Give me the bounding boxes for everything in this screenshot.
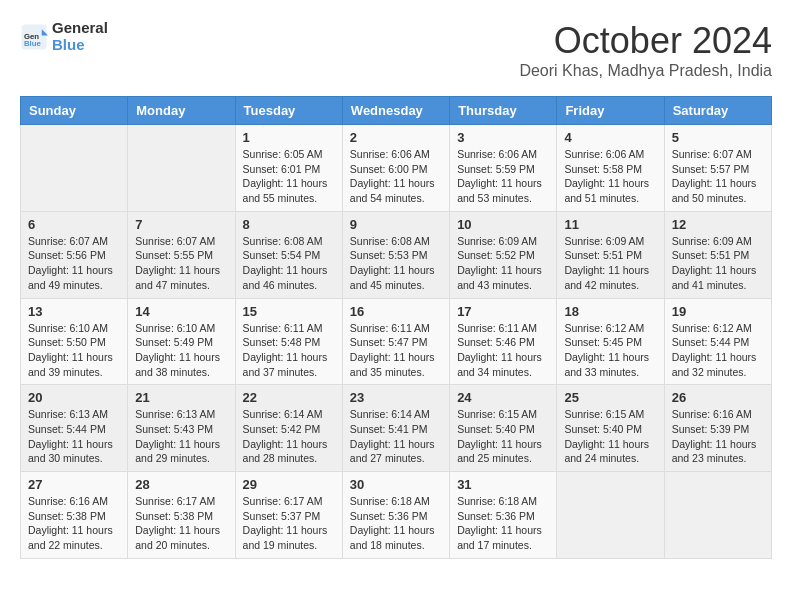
calendar-cell: 18Sunrise: 6:12 AM Sunset: 5:45 PM Dayli… <box>557 298 664 385</box>
day-number: 18 <box>564 304 656 319</box>
calendar-cell <box>128 125 235 212</box>
day-info: Sunrise: 6:06 AM Sunset: 6:00 PM Dayligh… <box>350 147 442 206</box>
day-info: Sunrise: 6:08 AM Sunset: 5:54 PM Dayligh… <box>243 234 335 293</box>
weekday-header-row: SundayMondayTuesdayWednesdayThursdayFrid… <box>21 97 772 125</box>
day-info: Sunrise: 6:11 AM Sunset: 5:48 PM Dayligh… <box>243 321 335 380</box>
day-info: Sunrise: 6:11 AM Sunset: 5:46 PM Dayligh… <box>457 321 549 380</box>
calendar-table: SundayMondayTuesdayWednesdayThursdayFrid… <box>20 96 772 559</box>
calendar-week-row: 6Sunrise: 6:07 AM Sunset: 5:56 PM Daylig… <box>21 211 772 298</box>
day-info: Sunrise: 6:11 AM Sunset: 5:47 PM Dayligh… <box>350 321 442 380</box>
calendar-cell: 16Sunrise: 6:11 AM Sunset: 5:47 PM Dayli… <box>342 298 449 385</box>
day-number: 2 <box>350 130 442 145</box>
weekday-header-cell: Wednesday <box>342 97 449 125</box>
calendar-cell: 19Sunrise: 6:12 AM Sunset: 5:44 PM Dayli… <box>664 298 771 385</box>
calendar-cell: 5Sunrise: 6:07 AM Sunset: 5:57 PM Daylig… <box>664 125 771 212</box>
day-info: Sunrise: 6:17 AM Sunset: 5:38 PM Dayligh… <box>135 494 227 553</box>
weekday-header-cell: Monday <box>128 97 235 125</box>
day-info: Sunrise: 6:12 AM Sunset: 5:44 PM Dayligh… <box>672 321 764 380</box>
logo-line2: Blue <box>52 37 108 54</box>
calendar-cell: 31Sunrise: 6:18 AM Sunset: 5:36 PM Dayli… <box>450 472 557 559</box>
calendar-cell: 4Sunrise: 6:06 AM Sunset: 5:58 PM Daylig… <box>557 125 664 212</box>
calendar-cell <box>664 472 771 559</box>
day-info: Sunrise: 6:13 AM Sunset: 5:43 PM Dayligh… <box>135 407 227 466</box>
day-number: 8 <box>243 217 335 232</box>
day-info: Sunrise: 6:13 AM Sunset: 5:44 PM Dayligh… <box>28 407 120 466</box>
calendar-cell: 17Sunrise: 6:11 AM Sunset: 5:46 PM Dayli… <box>450 298 557 385</box>
day-info: Sunrise: 6:06 AM Sunset: 5:58 PM Dayligh… <box>564 147 656 206</box>
calendar-cell: 12Sunrise: 6:09 AM Sunset: 5:51 PM Dayli… <box>664 211 771 298</box>
calendar-cell: 10Sunrise: 6:09 AM Sunset: 5:52 PM Dayli… <box>450 211 557 298</box>
calendar-cell: 29Sunrise: 6:17 AM Sunset: 5:37 PM Dayli… <box>235 472 342 559</box>
day-number: 9 <box>350 217 442 232</box>
day-info: Sunrise: 6:07 AM Sunset: 5:56 PM Dayligh… <box>28 234 120 293</box>
day-info: Sunrise: 6:16 AM Sunset: 5:38 PM Dayligh… <box>28 494 120 553</box>
day-info: Sunrise: 6:16 AM Sunset: 5:39 PM Dayligh… <box>672 407 764 466</box>
day-number: 11 <box>564 217 656 232</box>
location-title: Deori Khas, Madhya Pradesh, India <box>519 62 772 80</box>
day-number: 15 <box>243 304 335 319</box>
day-info: Sunrise: 6:15 AM Sunset: 5:40 PM Dayligh… <box>457 407 549 466</box>
calendar-cell: 28Sunrise: 6:17 AM Sunset: 5:38 PM Dayli… <box>128 472 235 559</box>
calendar-cell: 30Sunrise: 6:18 AM Sunset: 5:36 PM Dayli… <box>342 472 449 559</box>
day-number: 21 <box>135 390 227 405</box>
weekday-header-cell: Sunday <box>21 97 128 125</box>
day-number: 3 <box>457 130 549 145</box>
calendar-cell: 25Sunrise: 6:15 AM Sunset: 5:40 PM Dayli… <box>557 385 664 472</box>
day-info: Sunrise: 6:12 AM Sunset: 5:45 PM Dayligh… <box>564 321 656 380</box>
day-info: Sunrise: 6:14 AM Sunset: 5:42 PM Dayligh… <box>243 407 335 466</box>
month-title: October 2024 <box>519 20 772 62</box>
calendar-cell: 11Sunrise: 6:09 AM Sunset: 5:51 PM Dayli… <box>557 211 664 298</box>
calendar-week-row: 20Sunrise: 6:13 AM Sunset: 5:44 PM Dayli… <box>21 385 772 472</box>
day-number: 26 <box>672 390 764 405</box>
day-number: 25 <box>564 390 656 405</box>
logo: Gen Blue General Blue <box>20 20 108 53</box>
day-number: 29 <box>243 477 335 492</box>
calendar-cell: 23Sunrise: 6:14 AM Sunset: 5:41 PM Dayli… <box>342 385 449 472</box>
logo-line1: General <box>52 20 108 37</box>
day-number: 6 <box>28 217 120 232</box>
title-block: October 2024 Deori Khas, Madhya Pradesh,… <box>519 20 772 80</box>
weekday-header-cell: Thursday <box>450 97 557 125</box>
day-info: Sunrise: 6:14 AM Sunset: 5:41 PM Dayligh… <box>350 407 442 466</box>
calendar-cell: 8Sunrise: 6:08 AM Sunset: 5:54 PM Daylig… <box>235 211 342 298</box>
day-number: 20 <box>28 390 120 405</box>
day-number: 30 <box>350 477 442 492</box>
day-info: Sunrise: 6:07 AM Sunset: 5:55 PM Dayligh… <box>135 234 227 293</box>
day-number: 13 <box>28 304 120 319</box>
day-number: 4 <box>564 130 656 145</box>
calendar-cell: 2Sunrise: 6:06 AM Sunset: 6:00 PM Daylig… <box>342 125 449 212</box>
day-number: 14 <box>135 304 227 319</box>
day-info: Sunrise: 6:18 AM Sunset: 5:36 PM Dayligh… <box>350 494 442 553</box>
day-number: 17 <box>457 304 549 319</box>
calendar-week-row: 1Sunrise: 6:05 AM Sunset: 6:01 PM Daylig… <box>21 125 772 212</box>
day-info: Sunrise: 6:07 AM Sunset: 5:57 PM Dayligh… <box>672 147 764 206</box>
day-number: 19 <box>672 304 764 319</box>
day-info: Sunrise: 6:15 AM Sunset: 5:40 PM Dayligh… <box>564 407 656 466</box>
day-info: Sunrise: 6:05 AM Sunset: 6:01 PM Dayligh… <box>243 147 335 206</box>
day-number: 12 <box>672 217 764 232</box>
day-info: Sunrise: 6:17 AM Sunset: 5:37 PM Dayligh… <box>243 494 335 553</box>
calendar-week-row: 13Sunrise: 6:10 AM Sunset: 5:50 PM Dayli… <box>21 298 772 385</box>
page-header: Gen Blue General Blue October 2024 Deori… <box>20 20 772 80</box>
day-number: 22 <box>243 390 335 405</box>
day-number: 23 <box>350 390 442 405</box>
calendar-cell: 6Sunrise: 6:07 AM Sunset: 5:56 PM Daylig… <box>21 211 128 298</box>
day-info: Sunrise: 6:10 AM Sunset: 5:50 PM Dayligh… <box>28 321 120 380</box>
calendar-cell: 27Sunrise: 6:16 AM Sunset: 5:38 PM Dayli… <box>21 472 128 559</box>
calendar-cell: 13Sunrise: 6:10 AM Sunset: 5:50 PM Dayli… <box>21 298 128 385</box>
day-info: Sunrise: 6:08 AM Sunset: 5:53 PM Dayligh… <box>350 234 442 293</box>
calendar-cell: 22Sunrise: 6:14 AM Sunset: 5:42 PM Dayli… <box>235 385 342 472</box>
calendar-cell <box>21 125 128 212</box>
day-number: 31 <box>457 477 549 492</box>
day-number: 27 <box>28 477 120 492</box>
calendar-cell: 14Sunrise: 6:10 AM Sunset: 5:49 PM Dayli… <box>128 298 235 385</box>
calendar-cell: 3Sunrise: 6:06 AM Sunset: 5:59 PM Daylig… <box>450 125 557 212</box>
day-number: 7 <box>135 217 227 232</box>
svg-text:Blue: Blue <box>24 39 42 48</box>
calendar-cell: 9Sunrise: 6:08 AM Sunset: 5:53 PM Daylig… <box>342 211 449 298</box>
day-info: Sunrise: 6:18 AM Sunset: 5:36 PM Dayligh… <box>457 494 549 553</box>
day-number: 28 <box>135 477 227 492</box>
day-number: 16 <box>350 304 442 319</box>
day-number: 5 <box>672 130 764 145</box>
weekday-header-cell: Saturday <box>664 97 771 125</box>
